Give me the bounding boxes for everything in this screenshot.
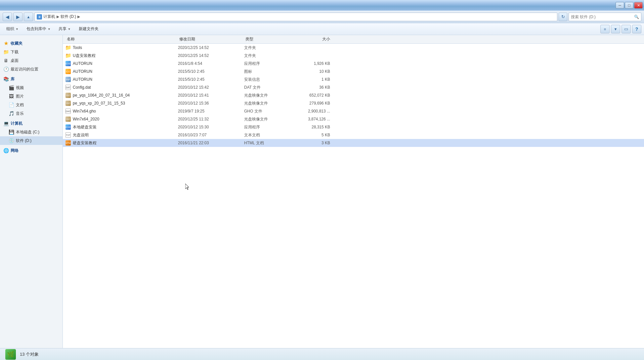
- table-row[interactable]: 📁 U盘安装教程 2020/12/25 14:52 文件夹: [63, 52, 644, 60]
- file-size-autorun-exe: 1,926 KB: [297, 61, 337, 66]
- share-dropdown-icon: ▼: [68, 27, 71, 31]
- library-section: 📚 库 🎬 视频 🖼 图片 📄 文档 🎵 音乐: [0, 75, 63, 118]
- column-date-header[interactable]: 修改日期: [178, 36, 244, 42]
- file-date-autorun-exe: 2016/1/8 4:54: [178, 61, 244, 66]
- address-bar: ◀ ▶ ▲ 🖥 计算机 ▶ 软件 (D:) ▶ ↻ 🔍: [0, 11, 644, 23]
- file-icon-local-install: EXE: [65, 124, 71, 130]
- sidebar-item-disk-d[interactable]: 💿 软件 (D:): [0, 136, 63, 145]
- search-input[interactable]: [571, 15, 634, 19]
- table-row[interactable]: ICO AUTORUN 2015/5/10 2:45 图标 10 KB: [63, 68, 644, 75]
- file-date-win7x64-gho: 2019/9/7 19:25: [178, 109, 244, 113]
- computer-section: 💻 计算机 💾 本地磁盘 (C:) 💿 软件 (D:): [0, 119, 63, 145]
- file-name-text: U盘安装教程: [73, 53, 96, 59]
- file-name-text: pe_yqs_xp_20_07_31_15_53: [73, 101, 125, 106]
- sidebar: ★ 收藏夹 📁 下载 🖥 桌面 🕐 最近访问的位置 📚 库: [0, 35, 63, 348]
- image-label: 图片: [16, 94, 24, 99]
- document-icon: 📄: [9, 102, 14, 108]
- organize-button[interactable]: 组织 ▼: [3, 24, 22, 34]
- column-name-header[interactable]: 名称: [65, 36, 178, 42]
- column-size-header[interactable]: 大小: [297, 36, 337, 42]
- table-row[interactable]: TXT 光盘说明 2016/10/23 7:07 文本文档 5 KB: [63, 131, 644, 139]
- view-preview-button[interactable]: ▭: [622, 25, 631, 33]
- file-date-u-disk: 2020/12/25 14:52: [178, 53, 244, 58]
- recent-label: 最近访问的位置: [11, 67, 38, 72]
- sidebar-item-music[interactable]: 🎵 音乐: [0, 109, 63, 118]
- search-icon[interactable]: 🔍: [634, 15, 639, 19]
- breadcrumb-bar[interactable]: 🖥 计算机 ▶ 软件 (D:) ▶: [34, 13, 557, 21]
- table-row[interactable]: ISO pe_yqs_xp_20_07_31_15_53 2020/10/12 …: [63, 99, 644, 107]
- sidebar-item-recent[interactable]: 🕐 最近访问的位置: [0, 65, 63, 73]
- table-row[interactable]: 📁 Tools 2020/12/25 14:52 文件夹: [63, 44, 644, 52]
- sidebar-item-download[interactable]: 📁 下载: [0, 48, 63, 56]
- file-date-autorun-inf: 2015/5/10 2:45: [178, 77, 244, 82]
- document-label: 文档: [16, 102, 24, 108]
- file-icon-u-disk: 📁: [65, 53, 71, 58]
- file-name-text: Win7x64.gho: [73, 109, 96, 113]
- computer-header[interactable]: 💻 计算机: [0, 119, 63, 128]
- close-button[interactable]: ✕: [634, 2, 643, 9]
- back-button[interactable]: ◀: [3, 13, 12, 21]
- file-icon-win7x64-gho: GHO: [65, 109, 71, 114]
- network-icon: 🌐: [3, 148, 9, 153]
- column-type-header[interactable]: 类型: [244, 36, 297, 42]
- network-header[interactable]: 🌐 网络: [0, 146, 63, 155]
- include-library-label: 包含到库中: [26, 26, 46, 32]
- table-row[interactable]: HTM 硬盘安装教程 2016/11/21 22:03 HTML 文档 3 KB: [63, 139, 644, 147]
- forward-button[interactable]: ▶: [13, 13, 22, 21]
- up-button[interactable]: ▲: [24, 13, 33, 21]
- breadcrumb-computer[interactable]: 计算机: [43, 14, 55, 20]
- file-name-text: Tools: [73, 45, 82, 50]
- file-size-win7x64-2020: 3,874,126 ...: [297, 117, 337, 121]
- breadcrumb-separator-1: ▶: [57, 15, 59, 19]
- table-row[interactable]: GHO Win7x64.gho 2019/9/7 19:25 GHO 文件 2,…: [63, 107, 644, 115]
- file-date-disk-install: 2016/11/21 22:03: [178, 141, 244, 145]
- file-type-pe-yqs-1064: 光盘映像文件: [244, 93, 297, 98]
- recent-icon: 🕐: [3, 67, 9, 72]
- file-name-text: pe_yqs_1064_20_07_31_16_04: [73, 93, 130, 98]
- share-button[interactable]: 共享 ▼: [55, 24, 74, 34]
- view-options-button[interactable]: ▼: [611, 25, 620, 33]
- sidebar-item-disk-c[interactable]: 💾 本地磁盘 (C:): [0, 128, 63, 136]
- maximize-button[interactable]: □: [625, 2, 633, 9]
- file-list-area[interactable]: 名称 修改日期 类型 大小 📁 Tools 2020/12/25 14:52 文…: [63, 35, 644, 348]
- file-name-text: AUTORUN: [73, 61, 92, 66]
- file-name-disc-notes: TXT 光盘说明: [65, 132, 178, 138]
- file-name-autorun-ico: ICO AUTORUN: [65, 69, 178, 74]
- search-bar[interactable]: 🔍: [569, 13, 641, 21]
- breadcrumb-drive[interactable]: 软件 (D:): [61, 14, 76, 20]
- favorites-icon: ★: [3, 41, 9, 46]
- file-name-win7x64-2020: ISO Win7x64_2020: [65, 116, 178, 122]
- sidebar-item-video[interactable]: 🎬 视频: [0, 83, 63, 92]
- table-row[interactable]: EXE AUTORUN 2016/1/8 4:54 应用程序 1,926 KB: [63, 60, 644, 68]
- file-type-pe-yqs-xp: 光盘映像文件: [244, 101, 297, 106]
- favorites-header[interactable]: ★ 收藏夹: [0, 39, 63, 48]
- sidebar-item-desktop[interactable]: 🖥 桌面: [0, 56, 63, 65]
- file-name-disk-install: HTM 硬盘安装教程: [65, 140, 178, 146]
- table-row[interactable]: ISO Win7x64_2020 2020/12/25 11:32 光盘映像文件…: [63, 115, 644, 123]
- library-icon: 📚: [3, 76, 9, 82]
- library-header[interactable]: 📚 库: [0, 75, 63, 83]
- refresh-button[interactable]: ↻: [559, 13, 567, 21]
- file-date-autorun-ico: 2015/5/10 2:45: [178, 69, 244, 74]
- table-row[interactable]: DAT Config.dat 2020/10/12 15:42 DAT 文件 3…: [63, 83, 644, 91]
- file-name-win7x64-gho: GHO Win7x64.gho: [65, 109, 178, 114]
- table-row[interactable]: ISO pe_yqs_1064_20_07_31_16_04 2020/10/1…: [63, 91, 644, 99]
- file-size-config-dat: 36 KB: [297, 85, 337, 90]
- file-type-disc-notes: 文本文档: [244, 132, 297, 138]
- file-rows-container: 📁 Tools 2020/12/25 14:52 文件夹 📁 U盘安装教程 20…: [63, 44, 644, 147]
- file-icon-disk-install: HTM: [65, 140, 71, 146]
- include-library-button[interactable]: 包含到库中 ▼: [23, 24, 54, 34]
- file-name-text: Win7x64_2020: [73, 117, 99, 121]
- include-library-dropdown-icon: ▼: [48, 27, 51, 31]
- table-row[interactable]: INF AUTORUN 2015/5/10 2:45 安装信息 1 KB: [63, 75, 644, 83]
- table-row[interactable]: EXE 本地硬盘安装 2020/10/12 15:30 应用程序 28,315 …: [63, 123, 644, 131]
- minimize-button[interactable]: ─: [616, 2, 624, 9]
- new-folder-button[interactable]: 新建文件夹: [75, 24, 102, 34]
- file-name-text: 本地硬盘安装: [73, 124, 97, 130]
- help-button[interactable]: ?: [632, 25, 641, 33]
- view-toggle-button[interactable]: ≡: [600, 25, 610, 33]
- file-size-local-install: 28,315 KB: [297, 125, 337, 129]
- file-icon-disc-notes: TXT: [65, 132, 71, 138]
- sidebar-item-image[interactable]: 🖼 图片: [0, 92, 63, 101]
- sidebar-item-document[interactable]: 📄 文档: [0, 101, 63, 109]
